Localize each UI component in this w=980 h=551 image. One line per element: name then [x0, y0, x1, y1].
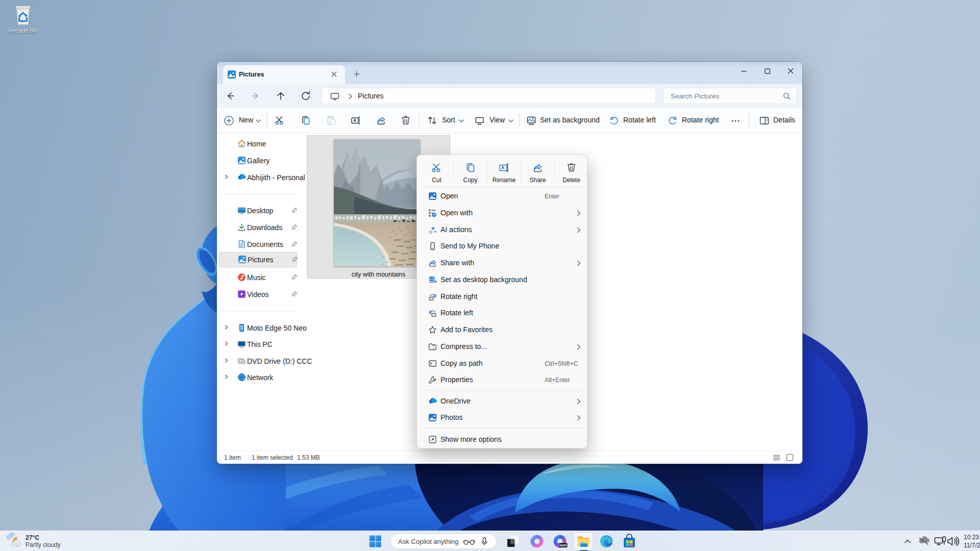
svg-text:M365: M365 [559, 544, 568, 547]
